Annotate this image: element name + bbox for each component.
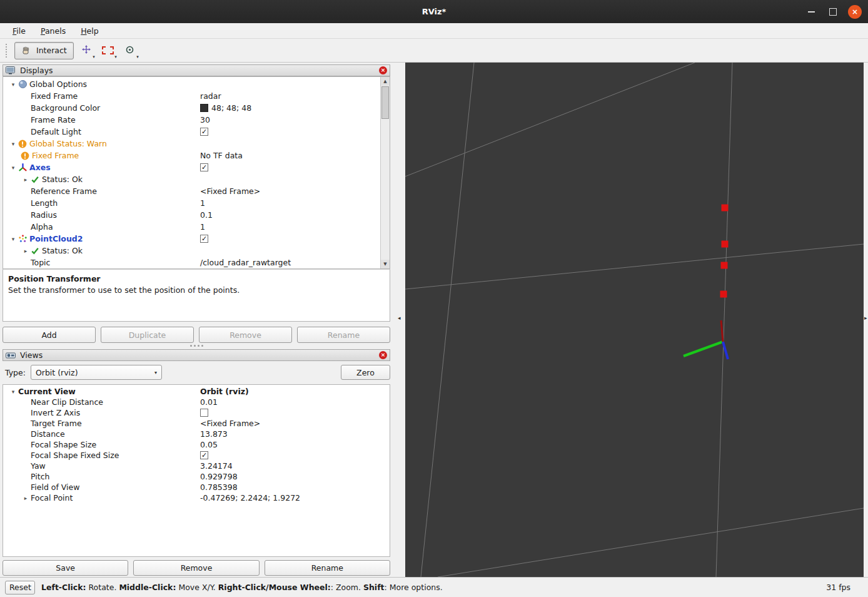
displays-panel-close-button[interactable]: × bbox=[379, 66, 387, 74]
move-camera-tool-button[interactable]: ▾ bbox=[77, 42, 96, 59]
property-value[interactable]: 0.05 bbox=[200, 440, 218, 449]
property-value[interactable]: 48; 48; 48 bbox=[211, 103, 251, 113]
menu-panels[interactable]: Panels bbox=[33, 24, 73, 38]
property-value-cell[interactable]: 48; 48; 48 bbox=[198, 103, 380, 113]
tree-row-axes[interactable]: ▾Axes✓ bbox=[3, 161, 380, 173]
scroll-up-icon[interactable]: ▲ bbox=[381, 77, 390, 86]
property-value-cell[interactable]: /cloud_radar_rawtarget bbox=[198, 258, 380, 267]
add-button[interactable]: Add bbox=[3, 327, 96, 343]
property-value[interactable]: 0.785398 bbox=[200, 482, 238, 492]
property-value-cell[interactable]: 0.01 bbox=[198, 397, 390, 407]
tree-row-focal-shape-size[interactable]: Focal Shape Size0.05 bbox=[3, 439, 390, 450]
property-value-cell[interactable]: 1 bbox=[198, 198, 380, 208]
property-value[interactable]: -0.47269; 2.2424; 1.9272 bbox=[200, 493, 300, 503]
property-value-cell[interactable]: ✓ bbox=[198, 163, 380, 171]
checkbox-checked[interactable]: ✓ bbox=[200, 451, 208, 459]
displays-scrollbar[interactable]: ▲ ▼ bbox=[380, 77, 390, 268]
tree-row-pointcloud2[interactable]: ▾PointCloud2✓ bbox=[3, 233, 380, 245]
dropdown-arrow-icon[interactable]: ▾ bbox=[136, 54, 139, 59]
property-value-cell[interactable]: 0.05 bbox=[198, 440, 390, 449]
property-value-cell[interactable]: <Fixed Frame> bbox=[198, 186, 380, 196]
tree-row-topic[interactable]: Topic/cloud_radar_rawtarget bbox=[3, 257, 380, 268]
tree-row-distance[interactable]: Distance13.873 bbox=[3, 429, 390, 439]
rename-button[interactable]: Rename bbox=[297, 327, 390, 343]
property-value-cell[interactable]: radar bbox=[198, 91, 380, 101]
menu-help[interactable]: Help bbox=[73, 24, 106, 38]
property-value[interactable]: 13.873 bbox=[200, 429, 228, 439]
property-value[interactable]: No TF data bbox=[200, 151, 243, 160]
checkbox-checked[interactable]: ✓ bbox=[200, 128, 208, 136]
property-value[interactable]: /cloud_radar_rawtarget bbox=[200, 258, 291, 267]
select-tool-button[interactable]: ▾ bbox=[99, 42, 118, 59]
property-value-cell[interactable]: ✓ bbox=[198, 128, 380, 136]
property-value-cell[interactable]: ✓ bbox=[198, 451, 390, 459]
tree-row-default-light[interactable]: Default Light✓ bbox=[3, 126, 380, 138]
scroll-down-icon[interactable]: ▼ bbox=[381, 260, 390, 268]
duplicate-button[interactable]: Duplicate bbox=[101, 327, 194, 343]
remove-button[interactable]: Remove bbox=[199, 327, 292, 343]
property-value-cell[interactable]: 1 bbox=[198, 222, 380, 232]
tree-row-fixed-frame[interactable]: Fixed Frameradar bbox=[3, 90, 380, 102]
panel-collapse-right-icon[interactable]: ▸ bbox=[864, 315, 867, 321]
focus-camera-tool-button[interactable]: ▾ bbox=[121, 42, 139, 59]
menu-file[interactable]: File bbox=[5, 24, 33, 38]
tree-row-fixed-frame[interactable]: Fixed FrameNo TF data bbox=[3, 150, 380, 161]
property-value-cell[interactable]: 30 bbox=[198, 115, 380, 125]
tree-row-pitch[interactable]: Pitch0.929798 bbox=[3, 471, 390, 482]
property-value[interactable]: 0.929798 bbox=[200, 472, 238, 481]
tree-row-near-clip-distance[interactable]: Near Clip Distance0.01 bbox=[3, 397, 390, 407]
tree-row-current-view[interactable]: ▾Current ViewOrbit (rviz) bbox=[3, 386, 390, 397]
tree-row-invert-z-axis[interactable]: Invert Z Axis bbox=[3, 407, 390, 418]
dropdown-arrow-icon[interactable]: ▾ bbox=[93, 54, 95, 59]
property-value[interactable]: Orbit (rviz) bbox=[200, 387, 249, 396]
toolbar-drag-handle[interactable] bbox=[6, 44, 9, 58]
checkbox-checked[interactable]: ✓ bbox=[200, 235, 208, 243]
tree-row-yaw[interactable]: Yaw3.24174 bbox=[3, 461, 390, 471]
maximize-button[interactable] bbox=[826, 5, 840, 19]
color-swatch[interactable] bbox=[200, 104, 208, 112]
tree-row-field-of-view[interactable]: Field of View0.785398 bbox=[3, 482, 390, 492]
checkbox-checked[interactable]: ✓ bbox=[200, 163, 208, 171]
dropdown-arrow-icon[interactable]: ▾ bbox=[114, 54, 117, 59]
property-value[interactable]: radar bbox=[200, 91, 221, 101]
panel-collapse-left-icon[interactable]: ◂ bbox=[398, 315, 401, 321]
tree-row-global-options[interactable]: ▾Global Options bbox=[3, 78, 380, 90]
property-value[interactable]: <Fixed Frame> bbox=[200, 186, 260, 196]
tree-row-focal-shape-fixed-size[interactable]: Focal Shape Fixed Size✓ bbox=[3, 450, 390, 461]
property-value-cell[interactable]: 13.873 bbox=[198, 429, 390, 439]
view-type-dropdown[interactable]: Orbit (rviz) ▾ bbox=[31, 365, 162, 380]
tree-row-focal-point[interactable]: ▸Focal Point-0.47269; 2.2424; 1.9272 bbox=[3, 492, 390, 503]
scrollbar-thumb[interactable] bbox=[381, 86, 389, 119]
expander-open-icon[interactable]: ▾ bbox=[8, 81, 18, 88]
property-value-cell[interactable]: 3.24174 bbox=[198, 461, 390, 471]
interact-tool-button[interactable]: Interact bbox=[14, 42, 74, 59]
close-button[interactable]: × bbox=[848, 5, 862, 19]
expander-open-icon[interactable]: ▾ bbox=[8, 236, 18, 242]
property-value-cell[interactable]: -0.47269; 2.2424; 1.9272 bbox=[198, 493, 390, 503]
property-value[interactable]: 3.24174 bbox=[200, 461, 233, 471]
expander-closed-icon[interactable]: ▸ bbox=[21, 495, 31, 501]
expander-closed-icon[interactable]: ▸ bbox=[21, 248, 31, 254]
views-panel-close-button[interactable]: × bbox=[379, 351, 387, 359]
expander-open-icon[interactable]: ▾ bbox=[8, 141, 18, 147]
property-value-cell[interactable]: <Fixed Frame> bbox=[198, 419, 390, 428]
tree-row-reference-frame[interactable]: Reference Frame<Fixed Frame> bbox=[3, 185, 380, 197]
property-value[interactable]: 1 bbox=[200, 198, 205, 208]
property-value[interactable]: <Fixed Frame> bbox=[200, 419, 260, 428]
property-value-cell[interactable]: 0.785398 bbox=[198, 482, 390, 492]
views-panel-header[interactable]: Views × bbox=[3, 349, 390, 361]
reset-button[interactable]: Reset bbox=[5, 581, 35, 594]
property-value-cell[interactable]: ✓ bbox=[198, 235, 380, 243]
tree-row-radius[interactable]: Radius0.1 bbox=[3, 209, 380, 221]
checkbox-unchecked[interactable] bbox=[200, 409, 208, 417]
tree-row-global-status-warn[interactable]: ▾Global Status: Warn bbox=[3, 138, 380, 150]
tree-row-target-frame[interactable]: Target Frame<Fixed Frame> bbox=[3, 418, 390, 429]
tree-row-background-color[interactable]: Background Color48; 48; 48 bbox=[3, 102, 380, 114]
rename-button[interactable]: Rename bbox=[265, 560, 390, 576]
property-value[interactable]: 1 bbox=[200, 222, 205, 232]
3d-viewport[interactable] bbox=[405, 63, 864, 577]
displays-panel-header[interactable]: Displays × bbox=[3, 64, 390, 76]
expander-open-icon[interactable]: ▾ bbox=[8, 389, 18, 395]
tree-row-status-ok[interactable]: ▸Status: Ok bbox=[3, 173, 380, 185]
property-value-cell[interactable] bbox=[198, 409, 390, 417]
